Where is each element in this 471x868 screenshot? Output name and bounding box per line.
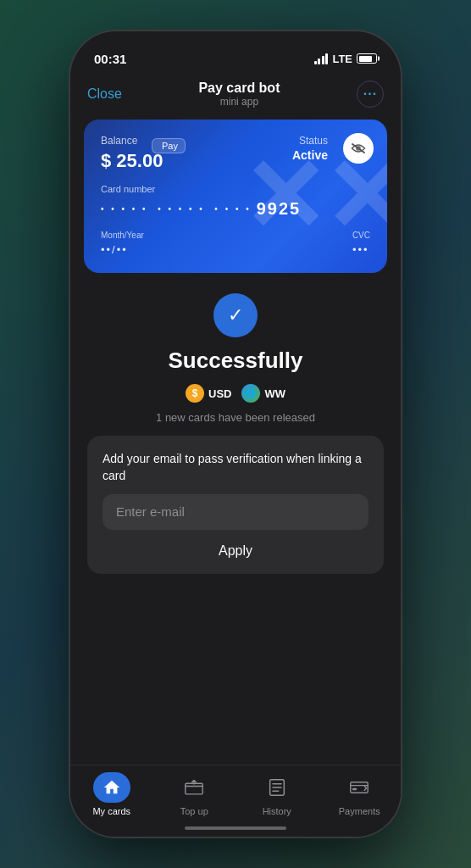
nav-label-payments: Payments — [339, 806, 380, 816]
success-title: Successfully — [169, 348, 303, 374]
card-number-label: Card number — [101, 184, 370, 194]
app-subtitle: mini app — [198, 96, 280, 108]
battery-icon — [357, 53, 377, 64]
time-display: 00:31 — [94, 52, 126, 66]
card-number-display: • • • • • • • • • • • • • • 9925 — [101, 199, 370, 219]
email-placeholder: Enter e-mail — [116, 504, 185, 519]
card-number-dots: • • • • • • • • • • • • • • — [101, 204, 252, 214]
signal-icon — [314, 53, 329, 64]
history-icon-wrap — [258, 772, 296, 803]
svg-rect-4 — [352, 788, 357, 790]
hide-card-button[interactable] — [343, 133, 374, 164]
eye-slash-icon — [351, 142, 366, 154]
card-status-section: Status Active — [292, 135, 328, 162]
card-cvc-section: CVC ••• — [352, 231, 370, 256]
card-top-row: Balance $ 25.00 Status Active — [101, 135, 370, 172]
payments-icon-wrap — [341, 772, 378, 803]
more-button[interactable]: ··· — [357, 81, 384, 108]
ww-label: WW — [264, 387, 285, 400]
status-value: Active — [292, 148, 328, 162]
app-header: Close Pay card bot mini app ··· — [70, 74, 401, 120]
card-expiry-section: Month/Year ••/•• — [101, 231, 144, 256]
success-check-icon: ✓ — [213, 293, 258, 337]
apple-pay-label: Pay — [162, 141, 178, 151]
phone-shell: 00:31 LTE Close Pay card bot mini app ··… — [70, 31, 401, 837]
svg-rect-1 — [186, 783, 202, 794]
email-prompt-text: Add your email to pass verification when… — [103, 451, 368, 484]
nav-label-top-up: Top up — [180, 806, 208, 816]
ww-badge: 🌐 WW — [241, 384, 285, 403]
nav-item-top-up[interactable]: Top up — [153, 772, 236, 816]
header-center: Pay card bot mini app — [198, 81, 280, 108]
history-icon — [269, 778, 285, 797]
nav-item-history[interactable]: History — [236, 772, 319, 816]
status-indicators: LTE — [314, 53, 377, 65]
payment-card: ✕✕ Balance $ 25.00 Status Active Pay — [84, 120, 387, 273]
status-bar: 00:31 LTE — [70, 31, 401, 74]
usd-icon: $ — [186, 384, 204, 403]
app-content: Close Pay card bot mini app ··· ✕✕ Balan… — [70, 74, 401, 837]
home-icon — [103, 778, 121, 797]
payments-icon — [350, 780, 368, 795]
top-up-icon — [185, 780, 203, 795]
my-cards-icon-wrap — [93, 772, 130, 803]
email-card: Add your email to pass verification when… — [87, 436, 384, 574]
balance-amount: $ 25.00 — [101, 150, 163, 172]
nav-label-history: History — [263, 806, 291, 816]
usd-label: USD — [208, 387, 231, 400]
expiry-value: ••/•• — [101, 243, 144, 256]
app-title: Pay card bot — [198, 81, 280, 96]
usd-badge: $ USD — [186, 384, 231, 403]
email-input[interactable]: Enter e-mail — [103, 494, 368, 530]
ww-icon: 🌐 — [241, 384, 260, 403]
apple-pay-badge: Pay — [152, 138, 186, 153]
card-number-last: 9925 — [257, 199, 302, 219]
card-number-section: Card number • • • • • • • • • • • • • • … — [101, 184, 370, 219]
nav-label-my-cards: My cards — [92, 806, 130, 816]
top-up-icon-wrap — [175, 772, 213, 803]
currency-badges: $ USD 🌐 WW — [186, 384, 285, 403]
expiry-label: Month/Year — [101, 231, 144, 240]
status-label: Status — [292, 135, 328, 147]
nav-item-my-cards[interactable]: My cards — [70, 772, 153, 816]
close-button[interactable]: Close — [87, 86, 122, 102]
release-text: 1 new cards have been released — [156, 411, 315, 424]
cvc-value: ••• — [352, 243, 370, 256]
home-indicator — [185, 826, 286, 830]
card-bottom-row: Month/Year ••/•• CVC ••• — [101, 231, 370, 256]
cvc-label: CVC — [352, 231, 370, 240]
success-area: ✓ Successfully $ USD 🌐 WW 1 new cards ha… — [70, 273, 401, 765]
apply-button[interactable]: Apply — [103, 540, 368, 562]
lte-label: LTE — [332, 53, 352, 65]
nav-item-payments[interactable]: Payments — [319, 772, 402, 816]
